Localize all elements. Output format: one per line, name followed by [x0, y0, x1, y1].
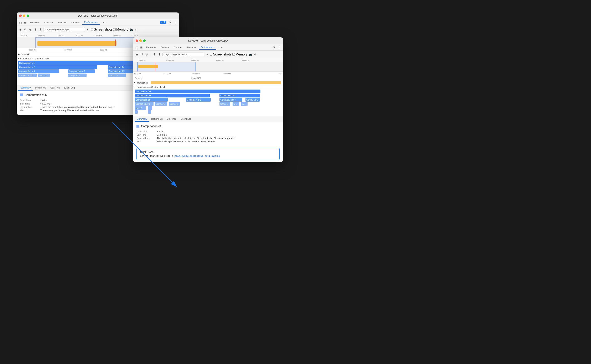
close-button-1[interactable] — [19, 14, 22, 17]
tab-calltree-2[interactable]: Call Tree — [165, 116, 179, 122]
tab-network-2[interactable]: Network — [185, 45, 198, 49]
comp-2-l3d[interactable]: Comp...f 2 — [108, 74, 126, 77]
description-value-1: This is the time taken to calculate the … — [40, 106, 114, 108]
w2-comp-f2-l3b[interactable]: Comp...f 2 — [155, 102, 167, 106]
screenshots-checkbox-2[interactable]: Screenshots — [210, 52, 232, 56]
chevron-interactions[interactable]: ▶ — [134, 81, 136, 84]
w2-comp-tiny2[interactable] — [135, 110, 138, 114]
tab-summary-2[interactable]: Summary — [135, 116, 149, 122]
w2-comp-c2[interactable]: C... — [241, 102, 248, 106]
hint-label-2: Hint — [136, 140, 155, 143]
w2-comp-co2[interactable]: Co... 2 — [135, 106, 146, 110]
tab-summary-1[interactable]: Summary — [18, 85, 33, 91]
tab-bottomup-2[interactable]: Bottom-Up — [149, 116, 165, 122]
upload-icon-1[interactable]: ⬆ — [33, 27, 37, 32]
comp-of-3-l2a[interactable]: Computation of 3 — [68, 69, 95, 73]
memory-checkbox-2[interactable]: Memory — [232, 52, 248, 56]
upload-icon-2[interactable]: ⬆ — [153, 52, 157, 57]
tab-eventlog-2[interactable]: Event Log — [179, 116, 194, 122]
tab-elements-2[interactable]: Elements — [144, 45, 158, 49]
layers-icon-2[interactable]: ⊞ — [139, 45, 144, 49]
w2-comp-6[interactable]: Computation of 6 — [135, 90, 261, 93]
chevron-network[interactable]: ▶ — [18, 53, 20, 55]
w2-comp-2-l3d[interactable]: Com... 2 — [220, 102, 230, 106]
url-dropdown-icon[interactable]: ▾ — [205, 52, 209, 57]
w2-comp-4-l1[interactable]: Computation of 4 — [220, 94, 260, 98]
tab-console-1[interactable]: Console — [42, 20, 55, 25]
comp-of-4-l1[interactable]: Computation of 4 — [108, 65, 135, 69]
url-input-2[interactable]: corgi-collage.vercel.app... — [162, 52, 204, 56]
w2-comp-3-l2b[interactable]: Computa...n of 3 — [220, 98, 242, 102]
url-arrow-icon[interactable]: ▾ — [86, 27, 90, 32]
settings-icon-1[interactable]: ⚙ — [168, 20, 172, 25]
comp-3-l3a[interactable]: Comput...n of 3 — [18, 74, 37, 77]
w2-comp-3-l2a[interactable]: Comput...n of 3 — [186, 98, 211, 102]
maximize-button-2[interactable] — [143, 39, 146, 42]
w2-comp-f2-l3c[interactable]: Com...f 2 — [169, 102, 180, 106]
record-icon-1[interactable]: ⏺ — [18, 27, 22, 32]
comp-of-3-l2b[interactable]: Computation of 3 — [108, 69, 134, 73]
minimize-button-1[interactable] — [23, 14, 25, 17]
time-mark-2500: 2500 ms — [95, 34, 102, 36]
w2-comp-c1[interactable]: C... — [233, 102, 239, 106]
comp-of-6[interactable]: Computation of 6 — [18, 61, 135, 65]
cursor-icon-2[interactable]: ⬚ — [135, 45, 139, 49]
w2-comp-2-l2c[interactable]: Compu...of 2 — [245, 98, 260, 102]
track-name-2: Corgi track — Custom Track — [137, 86, 165, 88]
badge-2[interactable]: ✉ 2 — [160, 21, 166, 24]
tab-bottomup-1[interactable]: Bottom-Up — [33, 85, 48, 91]
tab-more-2[interactable]: >> — [217, 45, 224, 49]
stack-trace-box: Stack Trace injectTimingsToBrowser @ mai… — [136, 148, 280, 160]
w2-comp-tiny1[interactable] — [148, 106, 152, 110]
cursor-icon[interactable]: ⬚ — [18, 20, 22, 25]
comp-of-4-l2[interactable]: Computation of 4 — [18, 69, 59, 73]
screenshot-cam-icon-1[interactable]: 📷 — [129, 27, 133, 32]
titlebar-2: DevTools - corgi-collage.vercel.app/ — [133, 37, 283, 44]
comp-2-l3c[interactable]: Comp...of 2 — [68, 74, 87, 77]
chevron-track-2[interactable]: ▼ — [134, 86, 136, 88]
stack-trace-link[interactable]: main.63cb5c4bde8be90a.js:1:122716 — [175, 155, 220, 157]
w2-comp-4-l2[interactable]: Computation of 4 — [135, 98, 168, 102]
tab-console-2[interactable]: Console — [159, 45, 171, 49]
traffic-lights-2 — [136, 39, 146, 42]
tab-sources-2[interactable]: Sources — [172, 45, 185, 49]
reload-icon-2[interactable]: ↺ — [140, 52, 144, 57]
stop-icon-1[interactable]: ⊗ — [28, 27, 33, 32]
more-icon-1[interactable]: ⋮ — [173, 20, 177, 25]
maximize-button-1[interactable] — [27, 14, 29, 17]
tab-eventlog-1[interactable]: Event Log — [62, 85, 77, 91]
mini-mark-300: 300 ms — [139, 59, 146, 61]
tab-elements-1[interactable]: Elements — [27, 20, 42, 25]
record-icon-2[interactable]: ⏺ — [135, 52, 139, 57]
url-input-1[interactable]: corgi-collage.vercel.app... — [43, 28, 85, 31]
close-button-2[interactable] — [136, 39, 138, 42]
comp-2-l3b[interactable]: Com... 2 — [38, 74, 50, 77]
more-icon-2[interactable]: ⋮ — [277, 45, 281, 49]
stop-icon-2[interactable]: ⊗ — [145, 52, 149, 57]
tab-more-1[interactable]: >> — [100, 20, 107, 25]
screenshot-cam-icon-2[interactable]: 📷 — [248, 52, 253, 57]
layers-icon[interactable]: ⊞ — [23, 20, 27, 25]
w2-comp-tiny3[interactable] — [148, 110, 151, 114]
settings-toolbar-icon-2[interactable]: ⚙ — [253, 52, 257, 57]
w2-comp-5[interactable]: Computation of 5 — [135, 94, 210, 98]
minimize-button-2[interactable] — [139, 39, 142, 42]
tab-sources-1[interactable]: Sources — [55, 20, 68, 25]
w2-comp-3-l3a[interactable]: Comput...n of 3 — [135, 102, 154, 106]
settings-toolbar-icon-1[interactable]: ⚙ — [134, 27, 138, 32]
comp-of-5[interactable]: Computation of 5 — [18, 65, 97, 69]
download-icon-1[interactable]: ⬇ — [38, 27, 42, 32]
tab-calltree-1[interactable]: Call Tree — [48, 85, 62, 91]
window-title-1: DevTools - corgi-collage.vercel.app/ — [78, 14, 118, 17]
mini-mark-6000: 6000 ms — [191, 59, 199, 61]
chevron-track[interactable]: ▼ — [17, 58, 19, 60]
settings-icon-2[interactable]: ⚙ — [272, 45, 276, 49]
reload-icon-1[interactable]: ↺ — [23, 27, 27, 32]
screenshots-checkbox-1[interactable]: Screenshots — [91, 28, 112, 31]
tab-network-1[interactable]: Network — [69, 20, 81, 25]
description-value-2: This is the time taken to calculate the … — [157, 137, 235, 139]
download-icon-2[interactable]: ⬇ — [157, 52, 162, 57]
tab-performance-1[interactable]: Performance — [82, 20, 100, 25]
tab-performance-2[interactable]: Performance — [199, 45, 216, 50]
memory-checkbox-1[interactable]: Memory — [113, 28, 128, 31]
